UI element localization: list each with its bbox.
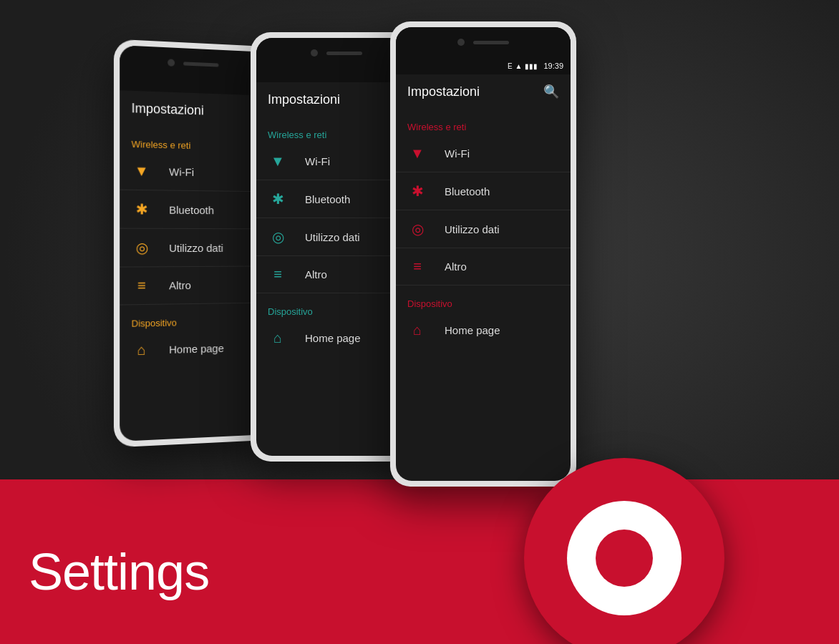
wifi-label-3: Wi-Fi [445,147,470,160]
wifi-label: Wi-Fi [169,165,194,178]
phone-1-item-bluetooth[interactable]: ✱ Bluetooth [120,190,264,230]
logo-center [596,530,653,587]
battery-icon: ▮▮▮ [525,62,538,70]
home-label-3: Home page [445,324,500,336]
phone-3-status-bar: E ▲ ▮▮▮ 19:39 [396,57,571,74]
home-icon: ⌂ [132,341,152,358]
phone-1-title: Impostazioni [132,101,204,118]
phone-2-camera [311,49,318,57]
altro-label-3: Altro [445,260,467,273]
phone-1-speaker [183,62,218,67]
altro-icon: ≡ [132,277,152,294]
phone-3-title: Impostazioni [407,84,480,99]
data-label: Utilizzo dati [169,241,223,253]
phone-1-inner: Impostazioni Wireless e reti ▼ Wi-Fi ✱ B… [120,45,264,441]
altro-label-2: Altro [305,268,327,280]
phone-1-section-wireless: Wireless e reti [120,131,264,155]
data-icon: ◎ [132,239,152,256]
data-label-2: Utilizzo dati [305,231,360,243]
phone-3: E ▲ ▮▮▮ 19:39 Impostazioni 🔍 Wireless e … [390,21,576,487]
home-icon-2: ⌂ [268,330,288,346]
phone-1-content: Wireless e reti ▼ Wi-Fi ✱ Bluetooth ◎ Ut… [120,125,264,375]
signal-indicator: E [508,62,513,70]
bluetooth-label: Bluetooth [169,203,214,216]
search-icon[interactable]: 🔍 [543,84,559,99]
phone-1-top-bar [120,45,264,82]
data-icon-2: ◎ [268,228,288,245]
phone-3-item-home[interactable]: ⌂ Home page [396,312,571,348]
phone-2-speaker [326,52,362,55]
phone-2-title: Impostazioni [268,92,340,107]
phone-3-item-data[interactable]: ◎ Utilizzo dati [396,210,571,248]
phone-1-item-data[interactable]: ◎ Utilizzo dati [120,229,264,268]
phone-3-item-altro[interactable]: ≡ Altro [396,248,571,286]
altro-icon-2: ≡ [268,266,288,283]
wifi-icon-3: ▼ [407,145,427,162]
phone-3-item-bluetooth[interactable]: ✱ Bluetooth [396,172,571,210]
phone-1-item-wifi[interactable]: ▼ Wi-Fi [120,152,264,192]
bluetooth-label-3: Bluetooth [445,185,490,197]
data-icon-3: ◎ [407,220,427,238]
phone-1-item-altro[interactable]: ≡ Altro [120,266,264,305]
bluetooth-label-2: Bluetooth [305,193,350,205]
altro-label: Altro [169,279,191,291]
phone-3-camera [457,39,465,46]
bluetooth-icon: ✱ [132,200,152,218]
phone-1-camera [168,59,175,66]
wifi-icon-2: ▼ [268,153,288,170]
phone-1-appbar: Impostazioni [120,90,264,130]
phone-3-appbar: Impostazioni 🔍 [396,74,571,109]
phone-3-section-wireless: Wireless e reti [396,114,571,135]
wifi-icon: ▼ [132,162,152,180]
phone-3-section-device: Dispositivo [396,291,571,312]
signal-bars-icon: ▲ [515,62,523,70]
phone-3-inner: E ▲ ▮▮▮ 19:39 Impostazioni 🔍 Wireless e … [396,27,571,481]
bluetooth-icon-3: ✱ [407,182,427,200]
phone-3-top-bar [396,27,571,57]
wifi-label-2: Wi-Fi [305,155,330,167]
phone-3-item-wifi[interactable]: ▼ Wi-Fi [396,135,571,172]
bluetooth-icon-2: ✱ [268,190,288,208]
phone-1-section-device: Dispositivo [120,308,264,332]
phone-3-content: Wireless e reti ▼ Wi-Fi ✱ Bluetooth ◎ Ut… [396,109,571,354]
time-display: 19:39 [543,62,563,70]
home-label: Home page [169,342,224,356]
phone-3-speaker [473,41,509,44]
home-icon-3: ⌂ [407,322,427,338]
altro-icon-3: ≡ [407,258,427,275]
phone-1: Impostazioni Wireless e reti ▼ Wi-Fi ✱ B… [114,39,270,448]
logo-inner [567,501,682,615]
data-label-3: Utilizzo dati [445,223,500,235]
phone-1-item-home[interactable]: ⌂ Home page [120,329,264,369]
home-label-2: Home page [305,332,361,344]
